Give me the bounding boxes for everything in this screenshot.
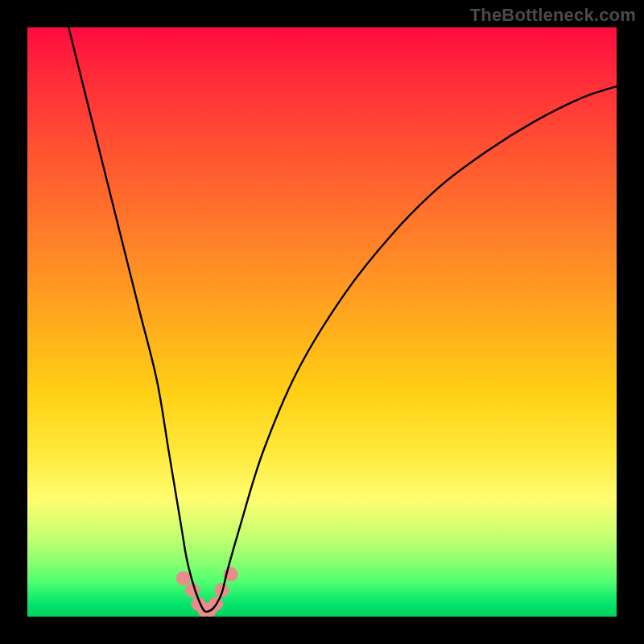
trough-markers-group [176,567,238,617]
plot-area [27,27,617,617]
watermark-text: TheBottleneck.com [470,5,636,26]
curve-layer [27,27,617,617]
trough-marker [176,571,191,585]
chart-frame: TheBottleneck.com [0,0,644,644]
bottleneck-curve [68,27,617,612]
